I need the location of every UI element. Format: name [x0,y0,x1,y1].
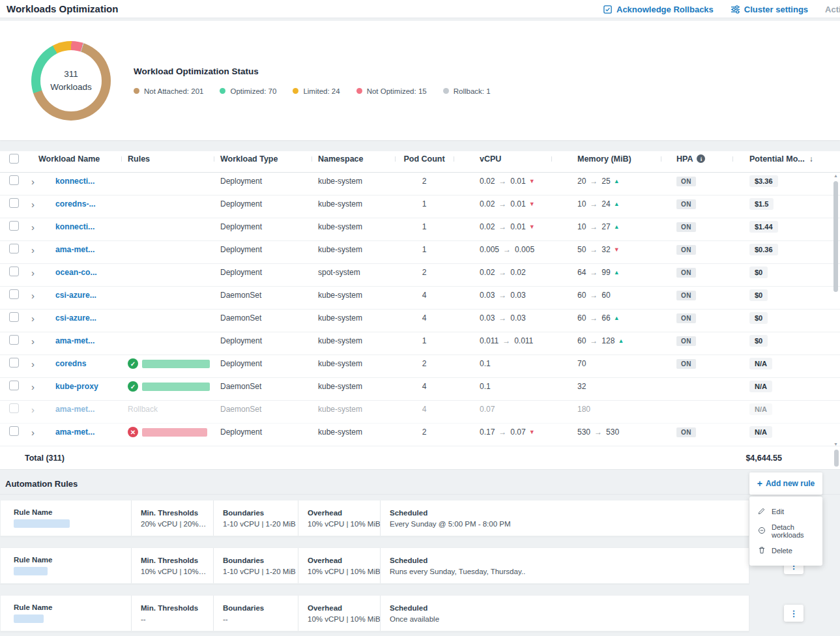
menu-item-delete[interactable]: Delete [749,541,822,560]
column-header-pod-count[interactable]: Pod Count [395,151,454,167]
table-row[interactable]: kube-proxy DaemonSet kube-system 4 0.1 3… [0,378,840,401]
row-checkbox[interactable] [9,335,19,345]
scrollbar-thumb[interactable] [833,181,838,292]
column-header-vcpu[interactable]: vCPU [454,151,551,167]
expand-chevron-icon[interactable] [31,427,35,438]
table-row[interactable]: coredns-... Deployment kube-system 1 0.0… [0,195,840,218]
menu-item-detach-workloads[interactable]: Detach workloads [749,521,822,541]
namespace-cell: kube-system [311,405,395,414]
row-checkbox[interactable] [9,403,19,413]
hpa-status-badge: ON [676,222,696,232]
workload-name-link[interactable]: ama-met... [55,245,94,254]
expand-chevron-icon[interactable] [31,404,35,415]
expand-chevron-icon[interactable] [31,290,35,301]
actions-button[interactable]: Actions [825,5,840,14]
table-row[interactable]: csi-azure... DaemonSet kube-system 4 0.0… [0,310,840,332]
hpa-status-badge: ON [676,291,696,300]
workload-name-link[interactable]: konnecti... [55,177,94,186]
cluster-settings-button[interactable]: Cluster settings [731,5,808,14]
workload-name-link[interactable]: konnecti... [55,222,94,231]
rule-name-label: Rule Name [14,603,122,611]
table-row[interactable]: ama-met... Deployment kube-system 2 0.17… [0,424,840,446]
potential-savings-badge: $1.5 [749,198,774,210]
column-header-rules[interactable]: Rules [121,151,214,167]
workload-name-link[interactable]: coredns-... [55,199,96,209]
column-header-workload-type[interactable]: Workload Type [214,151,311,167]
vcpu-trend-icon: ▼ [529,224,535,230]
column-header-namespace[interactable]: Namespace [311,151,395,167]
expand-chevron-icon[interactable] [31,267,35,278]
legend-dot [293,88,298,94]
rules-cell [121,381,214,392]
pod-count-cell: 4 [395,405,454,414]
top-actions: Acknowledge Rollbacks Cluster settings A… [603,0,840,18]
table-row[interactable]: konnecti... Deployment kube-system 1 0.0… [0,218,840,241]
workload-name-link[interactable]: csi-azure... [55,291,96,300]
row-checkbox[interactable] [9,426,19,436]
row-checkbox[interactable] [9,289,19,299]
expand-chevron-icon[interactable] [31,313,35,324]
overhead-value: 10% vCPU | 10% MiB [308,520,371,528]
table-scrollbar[interactable] [833,175,839,445]
table-row[interactable]: ama-met... Deployment kube-system 1 0.01… [0,332,840,355]
menu-item-edit[interactable]: Edit [749,502,822,521]
workload-name-link[interactable]: ama-met... [55,336,94,345]
column-header-workload-name[interactable]: Workload Name [26,151,121,167]
column-header-hpa[interactable]: HPA i [661,151,732,167]
row-checkbox[interactable] [9,267,19,276]
row-checkbox[interactable] [9,175,19,185]
workload-name-link[interactable]: csi-azure... [55,313,96,323]
arrow-right-icon [499,313,506,323]
workload-name-link[interactable]: coredns [55,359,86,368]
table-row[interactable]: konnecti... Deployment kube-system 2 0.0… [0,173,840,195]
rule-kebab-menu-button[interactable] [784,605,804,622]
column-header-memory[interactable]: Memory (MiB) [551,151,661,167]
expand-chevron-icon[interactable] [31,244,35,255]
hpa-status-badge: ON [676,268,696,278]
workload-name-link[interactable]: ama-met... [55,405,94,414]
scrollbar-thumb-secondary[interactable] [834,450,839,467]
expand-chevron-icon[interactable] [31,199,35,210]
expand-chevron-icon[interactable] [31,222,35,233]
rules-cell [121,427,214,437]
expand-chevron-icon[interactable] [31,336,35,347]
table-row[interactable]: ama-met... Deployment kube-system 1 0.00… [0,241,840,264]
scroll-up-icon[interactable] [833,173,839,178]
acknowledge-rollbacks-button[interactable]: Acknowledge Rollbacks [603,5,714,14]
hpa-info-icon[interactable]: i [697,154,705,163]
table-row[interactable]: ama-met... Rollback DaemonSet kube-syste… [0,401,840,424]
row-checkbox[interactable] [9,312,19,322]
legend-item: Not Optimized: 15 [356,87,427,95]
hpa-status-badge: ON [676,313,696,323]
table-row[interactable]: coredns Deployment kube-system 2 0.1 70 … [0,355,840,378]
column-header-potential[interactable]: Potential Mo... [732,151,840,167]
row-checkbox[interactable] [9,244,19,253]
arrow-right-icon [499,222,506,231]
pod-count-cell: 1 [395,222,454,231]
add-new-rule-button[interactable]: Add new rule [749,472,822,495]
memory-cell: 70 [551,359,661,368]
workload-type-cell: Deployment [214,245,311,254]
row-checkbox[interactable] [9,358,19,368]
workload-name-link[interactable]: ama-met... [55,427,94,437]
row-checkbox[interactable] [9,221,19,231]
workload-name-link[interactable]: ocean-co... [55,268,97,277]
row-checkbox[interactable] [9,381,19,390]
pod-count-cell: 4 [395,313,454,323]
pod-count-cell: 2 [395,177,454,186]
scheduled-value: Once available [390,615,740,623]
table-total-row: Total (311) $4,644.55 [0,446,840,470]
scroll-down-icon[interactable] [833,442,839,446]
table-row[interactable]: csi-azure... DaemonSet kube-system 4 0.0… [0,287,840,310]
workload-status-donut: 311 Workloads [31,41,111,121]
row-checkbox[interactable] [9,198,19,208]
table-row[interactable]: ocean-co... Deployment spot-system 2 0.0… [0,264,840,287]
memory-cell: 32 [551,382,661,391]
expand-chevron-icon[interactable] [31,358,35,369]
expand-chevron-icon[interactable] [31,176,35,187]
workload-name-link[interactable]: kube-proxy [55,382,98,391]
expand-chevron-icon[interactable] [31,381,35,392]
select-all-checkbox[interactable] [9,154,19,164]
potential-savings-badge: $0.36 [749,244,778,255]
memory-cell: 180 [551,405,661,414]
